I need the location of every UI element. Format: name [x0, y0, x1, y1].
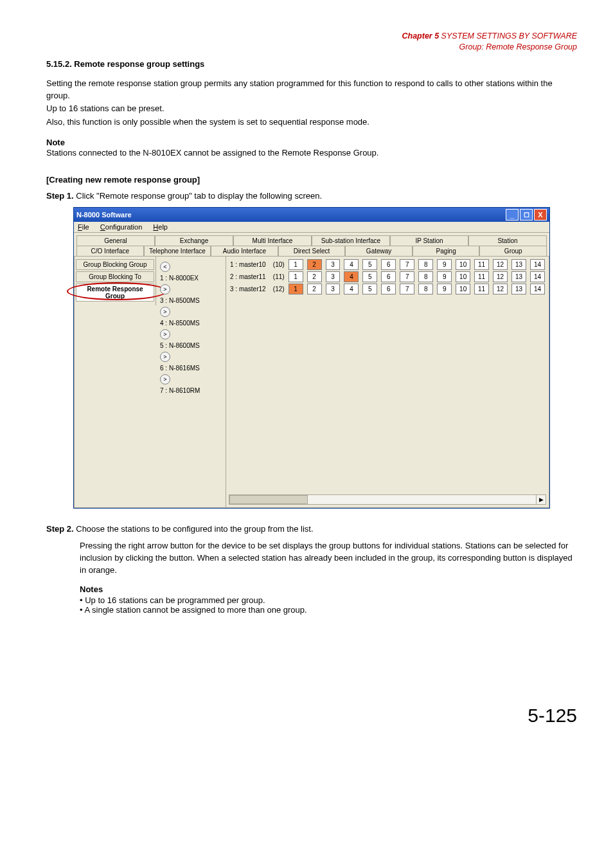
tab-direct-select[interactable]: Direct Select [278, 246, 346, 256]
top-tabs: GeneralExchangeMulti InterfaceSub-statio… [74, 233, 549, 256]
station-cell[interactable]: 1 [289, 284, 303, 294]
station-cell[interactable]: 8 [418, 259, 433, 270]
tree-item: > [160, 352, 222, 362]
station-cell[interactable]: 5 [362, 284, 377, 294]
tree-item: > [160, 374, 222, 384]
left-tab-group-blocking-to[interactable]: Group Blocking To [76, 271, 154, 282]
chapter-header: Chapter 5 SYSTEM SETTINGS BY SOFTWARE Gr… [46, 31, 577, 53]
note-body: Stations connected to the N-8010EX canno… [46, 147, 577, 159]
station-cell[interactable]: 2 [307, 284, 322, 294]
tree-expand-icon[interactable]: > [160, 352, 170, 362]
station-cell[interactable]: 2 [307, 259, 322, 270]
note-heading: Note [46, 138, 577, 147]
station-cell[interactable]: 14 [530, 259, 545, 270]
station-cell[interactable]: 12 [493, 271, 508, 282]
step1-line: Step 1. Click "Remote response group" ta… [46, 191, 577, 201]
window-titlebar: N-8000 Software _ ◻ X [74, 208, 549, 222]
tab-group[interactable]: Group [479, 246, 547, 256]
station-cell[interactable]: 6 [381, 271, 396, 282]
tree-item-label: 1 : N-8000EX [160, 275, 199, 282]
menu-file[interactable]: File [78, 223, 89, 231]
station-cell[interactable]: 14 [530, 284, 545, 294]
station-cell[interactable]: 9 [437, 284, 452, 294]
station-cell[interactable]: 4 [344, 259, 359, 270]
tree-expand-icon[interactable]: > [160, 374, 170, 384]
station-cell[interactable]: 5 [362, 271, 377, 282]
station-cell[interactable]: 3 [326, 271, 341, 282]
station-cell[interactable]: 1 [289, 259, 303, 270]
station-cell[interactable]: 12 [493, 284, 508, 294]
station-cell[interactable]: 3 [326, 259, 341, 270]
window-close-button[interactable]: X [534, 209, 547, 221]
station-cell[interactable]: 10 [456, 259, 470, 270]
station-cell[interactable]: 10 [456, 271, 470, 282]
station-cell[interactable]: 6 [381, 259, 396, 270]
station-cell[interactable]: 12 [493, 259, 508, 270]
tree-expand-icon[interactable]: > [160, 284, 170, 294]
tab-sub-station-interface[interactable]: Sub-station Interface [312, 235, 390, 246]
horizontal-scrollbar[interactable]: ▶ [229, 494, 546, 505]
tree-item: 1 : N-8000EX [160, 275, 222, 282]
station-cell[interactable]: 11 [474, 259, 489, 270]
master-row: 3 : master12(12)1234567891011121314 [230, 284, 545, 294]
tab-ip-station[interactable]: IP Station [390, 235, 468, 246]
left-tab-group-blocking-group[interactable]: Group Blocking Group [76, 259, 154, 270]
master-label: 2 : master11 [230, 273, 266, 280]
station-cell[interactable]: 14 [530, 271, 545, 282]
section-title: 5.15.2. Remote response group settings [46, 59, 577, 69]
station-cell[interactable]: 13 [511, 271, 526, 282]
scrollbar-thumb[interactable] [229, 495, 308, 504]
scrollbar-right-arrow[interactable]: ▶ [536, 495, 546, 504]
tab-telephone-interface[interactable]: Telephone Interface [144, 246, 211, 256]
tree-item: 4 : N-8500MS [160, 320, 222, 327]
window-maximize-button[interactable]: ◻ [520, 209, 533, 221]
master-label: 1 : master10 [230, 261, 266, 268]
master-index: (11) [270, 273, 285, 280]
tab-multi-interface[interactable]: Multi Interface [233, 235, 312, 246]
station-cell[interactable]: 11 [474, 284, 489, 294]
tab-paging[interactable]: Paging [413, 246, 480, 256]
station-cell[interactable]: 7 [400, 271, 414, 282]
station-cell[interactable]: 4 [344, 284, 359, 294]
station-cell[interactable]: 2 [307, 271, 322, 282]
tab-general[interactable]: General [76, 235, 155, 246]
tab-exchange[interactable]: Exchange [155, 235, 233, 246]
station-cell[interactable]: 6 [381, 284, 396, 294]
station-cell[interactable]: 8 [418, 271, 433, 282]
tree-collapse-icon[interactable]: < [160, 262, 170, 272]
master-index: (12) [270, 285, 285, 293]
window-minimize-button[interactable]: _ [506, 209, 519, 221]
tree-item: > [160, 284, 222, 294]
left-tab-remote-response-group[interactable]: Remote Response Group [76, 284, 154, 302]
tab-gateway[interactable]: Gateway [345, 246, 413, 256]
station-cell[interactable]: 1 [289, 271, 303, 282]
tab-c-o-interface[interactable]: C/O Interface [76, 246, 144, 256]
station-cell[interactable]: 13 [511, 259, 526, 270]
station-cell[interactable]: 7 [400, 284, 414, 294]
work-area: Group Blocking GroupGroup Blocking ToRem… [74, 256, 549, 508]
device-tree: <1 : N-8000EX>3 : N-8500MS>4 : N-8500MS>… [156, 257, 226, 507]
station-cell[interactable]: 7 [400, 259, 414, 270]
station-cell[interactable]: 10 [456, 284, 470, 294]
note-item: Up to 16 stations can be programmed per … [80, 595, 577, 605]
tree-expand-icon[interactable]: > [160, 307, 170, 317]
tab-station[interactable]: Station [468, 235, 547, 246]
station-cell[interactable]: 9 [437, 271, 452, 282]
station-cell[interactable]: 13 [511, 284, 526, 294]
station-cell[interactable]: 11 [474, 271, 489, 282]
station-cell[interactable]: 3 [326, 284, 341, 294]
step2-notes-list: Up to 16 stations can be programmed per … [80, 595, 577, 615]
master-row: 2 : master11(11)1234567891011121314 [230, 271, 545, 282]
station-cell[interactable]: 5 [362, 259, 377, 270]
station-cell[interactable]: 8 [418, 284, 433, 294]
chapter-title: SYSTEM SETTINGS BY SOFTWARE [439, 32, 577, 41]
menu-help[interactable]: Help [153, 223, 168, 231]
tree-expand-icon[interactable]: > [160, 329, 170, 339]
menu-configuration[interactable]: Configuration [100, 223, 142, 231]
tab-audio-interface[interactable]: Audio Interface [211, 246, 278, 256]
station-cell[interactable]: 4 [344, 271, 359, 282]
intro-p2: Up to 16 stations can be preset. [46, 103, 577, 115]
station-cell[interactable]: 9 [437, 259, 452, 270]
window-title: N-8000 Software [76, 211, 132, 219]
tree-item-label: 3 : N-8500MS [160, 297, 200, 304]
